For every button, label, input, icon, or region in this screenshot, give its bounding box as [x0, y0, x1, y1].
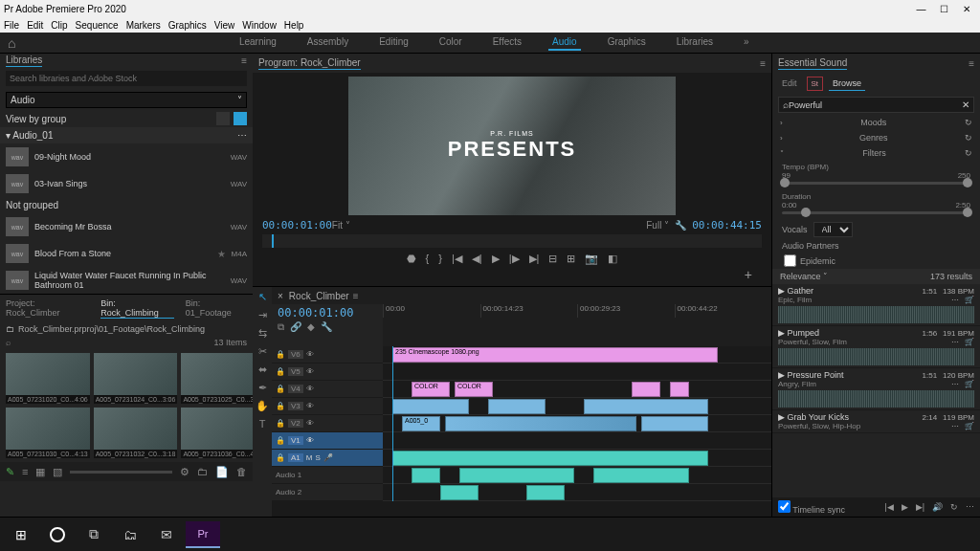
menu-view[interactable]: View: [214, 20, 235, 31]
linked-selection-icon[interactable]: 🔗: [290, 321, 301, 333]
section-menu-icon[interactable]: ⋯: [237, 130, 247, 141]
waveform[interactable]: [778, 390, 974, 408]
timeline-clip[interactable]: [632, 382, 660, 397]
home-icon[interactable]: ⌂: [8, 35, 15, 51]
reset-icon[interactable]: ↻: [965, 148, 972, 158]
play-icon[interactable]: ▶: [492, 253, 500, 265]
menu-window[interactable]: Window: [242, 20, 277, 31]
menu-edit[interactable]: Edit: [27, 20, 43, 31]
selection-tool-icon[interactable]: ↖: [258, 291, 267, 303]
cart-icon[interactable]: 🛒: [965, 380, 974, 388]
essential-sound-tab[interactable]: Essential Sound: [778, 57, 847, 70]
library-item[interactable]: wav Becoming Mr Bossa WAV: [0, 213, 253, 240]
workspace-editing[interactable]: Editing: [375, 34, 412, 51]
library-item[interactable]: wav Liquid Water Water Faucet Running In…: [0, 267, 253, 294]
library-item[interactable]: wav 03-Ivan Sings WAV: [0, 170, 253, 197]
project-clip[interactable]: A005_07231030_C0...4:13: [6, 408, 90, 458]
more-icon[interactable]: ⋯: [951, 296, 959, 304]
step-forward-icon[interactable]: |▶: [509, 253, 520, 265]
track-header-v2[interactable]: 🔒V2👁: [272, 415, 383, 432]
project-clip[interactable]: A005_07231036_C0...4:13: [181, 408, 253, 458]
panel-menu-icon[interactable]: ≡: [353, 291, 359, 301]
collapse-icon[interactable]: ▾: [6, 130, 11, 141]
sound-result[interactable]: ▶ Pressure Point 1:51120 BPM Angry, Film…: [772, 368, 980, 410]
bin-tab-footage[interactable]: Bin: 01_Footage: [186, 298, 247, 319]
libraries-search-input[interactable]: [6, 71, 247, 86]
timeline-close-icon[interactable]: ×: [278, 291, 283, 301]
pencil-icon[interactable]: ✎: [6, 466, 14, 478]
timeline-clip[interactable]: [392, 399, 469, 414]
menu-sequence[interactable]: Sequence: [76, 20, 119, 31]
list-view-icon[interactable]: [234, 112, 247, 125]
timeline-audio-clip[interactable]: [412, 468, 440, 483]
playhead[interactable]: [392, 346, 393, 501]
reset-icon[interactable]: ↻: [965, 118, 972, 127]
mail-icon[interactable]: ✉: [149, 521, 184, 548]
project-clip[interactable]: A005_07231025_C0...3:09: [181, 353, 253, 404]
maximize-button[interactable]: ☐: [940, 4, 948, 14]
menu-clip[interactable]: Clip: [51, 20, 67, 31]
timeline-clip[interactable]: [670, 382, 689, 397]
freeform-view-icon[interactable]: ▧: [53, 466, 62, 478]
reset-icon[interactable]: ↻: [965, 133, 972, 143]
timeline-audio-clip[interactable]: [440, 485, 479, 500]
workspace-graphics[interactable]: Graphics: [604, 34, 650, 51]
track-header-v6[interactable]: 🔒V6👁: [272, 346, 383, 364]
file-explorer-icon[interactable]: 🗂: [113, 521, 147, 548]
track-header-v1[interactable]: 🔒V1👁: [272, 432, 383, 450]
button-editor-icon[interactable]: +: [745, 267, 752, 282]
timeline-audio-clip[interactable]: [392, 451, 708, 466]
track-header-a1[interactable]: 🔒A1MS🎤: [272, 450, 383, 467]
timeline-clip[interactable]: COLOR: [455, 382, 493, 397]
play-preview-icon[interactable]: ▶: [902, 502, 908, 512]
track-header-v3[interactable]: 🔒V3👁: [272, 398, 383, 415]
step-back-icon[interactable]: ◀|: [472, 253, 482, 265]
track-header-v4[interactable]: 🔒V4👁: [272, 381, 383, 398]
workspace-color[interactable]: Color: [435, 34, 466, 51]
cortana-button[interactable]: [40, 521, 75, 548]
panel-menu-icon[interactable]: ≡: [969, 58, 974, 69]
workspace-assembly[interactable]: Assembly: [303, 34, 352, 51]
track-select-tool-icon[interactable]: ⇥: [258, 309, 267, 321]
task-view-button[interactable]: ⧉: [77, 521, 111, 548]
menu-file[interactable]: File: [4, 20, 19, 31]
zoom-slider[interactable]: [70, 471, 172, 474]
pen-tool-icon[interactable]: ✒: [258, 382, 267, 394]
cart-icon[interactable]: 🛒: [965, 422, 974, 430]
genres-filter[interactable]: ›Genres↻: [772, 130, 980, 145]
epidemic-checkbox[interactable]: [784, 254, 796, 267]
menu-graphics[interactable]: Graphics: [168, 20, 207, 31]
new-bin-icon[interactable]: 🗀: [197, 466, 208, 477]
next-track-icon[interactable]: ▶|: [916, 502, 924, 512]
sound-result[interactable]: ▶ Pumped 1:56191 BPM Powerful, Slow, Fil…: [772, 326, 980, 368]
close-button[interactable]: ✕: [963, 4, 970, 14]
timeline-audio-clip[interactable]: [459, 468, 574, 483]
library-item[interactable]: wav 09-Night Mood WAV: [0, 143, 253, 170]
type-tool-icon[interactable]: T: [259, 418, 266, 430]
tempo-slider[interactable]: [782, 182, 970, 185]
waveform[interactable]: [778, 306, 974, 323]
extract-icon[interactable]: ⊞: [567, 253, 575, 265]
workspace-effects[interactable]: Effects: [489, 34, 525, 51]
program-viewer[interactable]: P.R. FILMS PRESENTS: [348, 77, 676, 215]
add-marker-icon[interactable]: ⬣: [407, 253, 416, 265]
loop-icon[interactable]: ↻: [950, 502, 958, 512]
track-header-audio2[interactable]: Audio 2: [272, 484, 383, 501]
trash-icon[interactable]: 🗑: [236, 466, 247, 477]
marker-icon[interactable]: ◆: [307, 321, 315, 333]
library-item[interactable]: wav Blood From a Stone ★ M4A: [0, 240, 253, 267]
zoom-fit-dropdown[interactable]: Fit: [332, 220, 343, 231]
timeline-track-area[interactable]: 235 Cinemascope 1080.png COLORCOLOR A005…: [383, 346, 771, 501]
more-icon[interactable]: ⋯: [966, 502, 974, 512]
sequence-tab[interactable]: Rock_Climber: [289, 291, 349, 301]
cart-icon[interactable]: 🛒: [965, 338, 974, 346]
program-in-timecode[interactable]: 00:00:01:00: [262, 219, 332, 231]
more-icon[interactable]: ⋯: [951, 380, 959, 388]
razor-tool-icon[interactable]: ✂: [258, 345, 267, 358]
wrench-icon[interactable]: 🔧: [675, 220, 686, 231]
workspace-libraries[interactable]: Libraries: [673, 34, 717, 51]
settings-icon[interactable]: 🔧: [321, 321, 332, 333]
prev-track-icon[interactable]: |◀: [884, 502, 893, 512]
ripple-edit-tool-icon[interactable]: ⇆: [258, 327, 267, 340]
sort-icon[interactable]: ⚙: [180, 466, 189, 478]
